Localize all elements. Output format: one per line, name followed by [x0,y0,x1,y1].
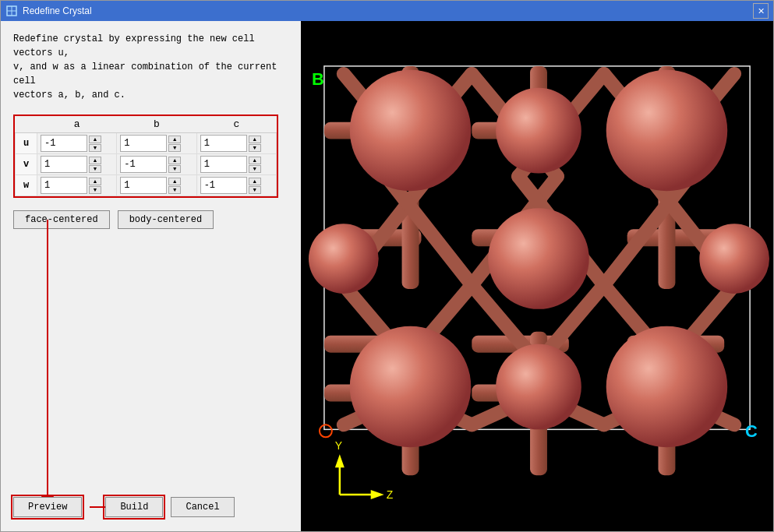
title-bar: Redefine Crystal ✕ [1,1,773,21]
col-header-empty [16,116,37,133]
table-row: u ▲ ▼ [16,133,277,154]
main-window: Redefine Crystal ✕ Redefine crystal by e… [0,0,774,532]
spin-up-v-a[interactable]: ▲ [89,157,101,164]
description: Redefine crystal by expressing the new c… [13,32,288,102]
cell-u-a: ▲ ▼ [37,133,117,154]
input-v-b[interactable] [120,156,167,173]
row-label-u: u [16,133,37,154]
spinner-w-b: ▲ ▼ [168,178,181,194]
left-panel: Redefine crystal by expressing the new c… [1,21,301,531]
cell-w-b: ▲ ▼ [117,175,196,196]
matrix-wrapper: a b c u [13,115,278,198]
svg-point-62 [496,344,581,430]
input-v-c[interactable] [200,156,247,173]
spinner-u-b: ▲ ▼ [168,136,181,152]
input-w-c[interactable] [200,177,247,194]
spin-up-v-b[interactable]: ▲ [168,157,181,164]
face-centered-button[interactable]: face-centered [13,210,110,229]
input-u-b[interactable] [120,135,167,152]
cell-v-b: ▲ ▼ [117,154,196,175]
spinner-w-c: ▲ ▼ [249,178,261,194]
preview-button[interactable]: Preview [13,497,82,517]
description-line1: Redefine crystal by expressing the new c… [13,33,255,58]
svg-point-63 [309,224,379,294]
spacer [13,237,288,483]
col-header-c: c [196,116,276,133]
svg-point-58 [606,70,727,191]
svg-point-64 [699,224,769,294]
build-button[interactable]: Build [105,497,163,517]
svg-point-57 [350,70,471,191]
spin-down-u-c[interactable]: ▼ [249,144,261,152]
cell-w-c: ▲ ▼ [196,175,276,196]
spin-down-w-a[interactable]: ▼ [89,186,101,194]
input-u-c[interactable] [200,135,247,152]
cell-w-a: ▲ ▼ [37,175,117,196]
spin-down-u-b[interactable]: ▼ [168,144,181,152]
label-c: C [745,421,758,441]
spin-up-w-b[interactable]: ▲ [168,178,181,185]
cell-u-b: ▲ ▼ [117,133,196,154]
input-v-a[interactable] [41,156,87,173]
svg-text:Z: Z [387,488,394,501]
spinner-v-c: ▲ ▼ [249,157,261,173]
svg-point-59 [350,326,471,447]
preview-wrapper: Preview [13,497,82,517]
spin-up-u-a[interactable]: ▲ [89,136,101,143]
window-body: Redefine crystal by expressing the new c… [1,21,773,531]
row-label-w: w [16,175,37,196]
row-label-v: v [16,154,37,175]
body-centered-button[interactable]: body-centered [118,210,214,229]
right-panel: B C Y Z [301,21,773,531]
spin-up-w-a[interactable]: ▲ [89,178,101,185]
spin-up-w-c[interactable]: ▲ [249,178,261,185]
input-w-b[interactable] [120,177,167,194]
col-header-a: a [37,116,117,133]
description-line3: vectors a, b, and c. [13,90,125,100]
crystal-visualization: B C Y Z [301,21,773,531]
svg-point-65 [488,208,589,309]
svg-text:Y: Y [335,439,342,452]
col-header-b: b [117,116,196,133]
table-row: v ▲ ▼ [16,154,277,175]
app-icon [5,5,18,17]
window-title: Redefine Crystal [23,5,748,16]
spinner-v-a: ▲ ▼ [89,157,101,173]
table-row: w ▲ ▼ [16,175,277,196]
spin-down-w-c[interactable]: ▼ [249,186,261,194]
spin-down-w-b[interactable]: ▼ [168,186,181,194]
cancel-button[interactable]: Cancel [171,497,234,517]
cell-v-c: ▲ ▼ [196,154,276,175]
spin-down-u-a[interactable]: ▼ [89,144,101,152]
spinner-w-a: ▲ ▼ [89,178,101,194]
spin-down-v-b[interactable]: ▼ [168,165,181,173]
input-u-a[interactable] [41,135,87,152]
spinner-u-c: ▲ ▼ [249,136,261,152]
cell-v-a: ▲ ▼ [37,154,117,175]
matrix-table: a b c u [15,116,277,196]
svg-point-60 [606,326,727,447]
spinner-u-a: ▲ ▼ [89,136,101,152]
spinner-v-b: ▲ ▼ [168,157,181,173]
spin-down-v-c[interactable]: ▼ [249,165,261,173]
build-wrapper: Build [105,497,163,517]
spin-up-u-b[interactable]: ▲ [168,136,181,143]
bottom-buttons: Preview Build Cancel [13,491,288,520]
spin-down-v-a[interactable]: ▼ [89,165,101,173]
spin-up-u-c[interactable]: ▲ [249,136,261,143]
spin-up-v-c[interactable]: ▲ [249,157,261,164]
description-line2: v, and w as a linear combination of the … [13,62,277,86]
svg-point-61 [496,88,581,174]
close-button[interactable]: ✕ [753,3,769,19]
cell-u-c: ▲ ▼ [196,133,276,154]
label-b: B [312,69,324,89]
input-w-a[interactable] [41,177,87,194]
preset-buttons: face-centered body-centered [13,210,288,229]
